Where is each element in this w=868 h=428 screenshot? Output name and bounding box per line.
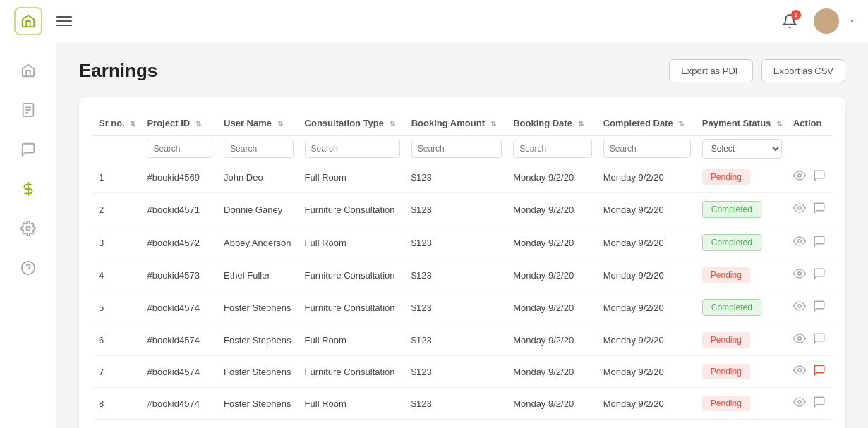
- view-icon[interactable]: [793, 396, 806, 411]
- chat-icon[interactable]: [813, 267, 826, 283]
- user-chevron-icon[interactable]: ▾: [850, 17, 854, 25]
- booking-date-search[interactable]: [513, 140, 592, 158]
- table-row: 2 #bookid4571 Donnie Ganey Furniture Con…: [93, 193, 831, 226]
- cell-completed-date: Monday 9/2/20: [598, 356, 697, 388]
- sidebar-item-earnings[interactable]: [11, 172, 45, 206]
- sidebar-item-home[interactable]: [11, 54, 45, 87]
- chat-icon[interactable]: [813, 300, 826, 315]
- cell-project-id: #bookid4569: [141, 161, 218, 193]
- chat-icon[interactable]: [813, 169, 826, 185]
- export-csv-button[interactable]: Export as CSV: [761, 59, 845, 82]
- cell-project-id: #bookid4573: [141, 259, 218, 291]
- action-icons: [793, 396, 826, 411]
- svg-point-16: [798, 401, 802, 404]
- cell-booking-date: Monday 9/2/20: [507, 193, 598, 226]
- view-icon[interactable]: [793, 332, 806, 348]
- page-title: Earnings: [79, 60, 157, 82]
- sidebar-item-document[interactable]: [11, 93, 45, 127]
- main-content: Earnings Export as PDF Export as CSV Sr …: [56, 42, 868, 428]
- sort-icon: ⇅: [776, 120, 782, 128]
- consultation-type-search[interactable]: [305, 140, 400, 158]
- logo[interactable]: [14, 7, 42, 35]
- cell-action: [788, 226, 831, 259]
- status-badge: Pending: [702, 396, 750, 411]
- cell-user-name: Foster Stephens: [218, 356, 299, 388]
- user-name-search-cell: [218, 136, 299, 162]
- consultation-type-search-cell: [299, 136, 406, 162]
- cell-completed-date: Monday 9/2/20: [598, 193, 697, 226]
- view-icon[interactable]: [793, 364, 806, 379]
- sidebar-item-chat[interactable]: [11, 133, 45, 166]
- cell-booking-amount: $123: [406, 226, 507, 259]
- sidebar-item-help[interactable]: [11, 251, 45, 285]
- booking-amount-search[interactable]: [411, 140, 502, 158]
- col-booking-date: Booking Date ⇅: [507, 111, 598, 136]
- view-icon[interactable]: [793, 169, 806, 185]
- status-badge: Completed: [702, 201, 761, 218]
- cell-consultation-type: Full Room: [299, 226, 406, 259]
- notification-badge: 2: [791, 10, 801, 20]
- cell-user-name: Donnie Ganey: [218, 193, 299, 226]
- table-row: 7 #bookid4574 Foster Stephens Furniture …: [93, 356, 831, 388]
- cell-booking-date: Monday 9/2/20: [507, 161, 598, 193]
- cell-consultation-type: Full Room: [299, 388, 406, 420]
- top-bar: 2 ▾: [0, 0, 868, 42]
- col-user-name: User Name ⇅: [218, 111, 299, 136]
- booking-date-search-cell: [507, 136, 598, 162]
- project-id-search[interactable]: [147, 140, 212, 158]
- completed-date-search-cell: [598, 136, 697, 162]
- sidebar: [0, 42, 56, 428]
- col-sr: Sr no. ⇅: [93, 111, 141, 136]
- export-pdf-button[interactable]: Export as PDF: [669, 59, 753, 82]
- cell-project-id: #bookid4574: [141, 356, 218, 388]
- cell-booking-amount: $123: [406, 356, 507, 388]
- search-row: Select Pending Completed: [93, 136, 831, 162]
- cell-payment-status: Pending: [697, 259, 788, 291]
- cell-action: [788, 161, 831, 193]
- table-row: 8 #bookid4574 Foster Stephens Full Room …: [93, 388, 831, 420]
- chat-icon[interactable]: [813, 364, 826, 379]
- cell-booking-date: Monday 9/2/20: [507, 226, 598, 259]
- chat-icon[interactable]: [813, 202, 826, 217]
- svg-point-12: [798, 272, 802, 276]
- avatar[interactable]: [814, 8, 839, 34]
- view-icon[interactable]: [793, 300, 806, 315]
- cell-project-id: #bookid4574: [141, 291, 218, 324]
- top-bar-left: [14, 7, 72, 35]
- project-id-search-cell: [141, 136, 218, 162]
- completed-date-search[interactable]: [603, 140, 691, 158]
- view-icon[interactable]: [793, 267, 806, 283]
- chat-icon[interactable]: [813, 396, 826, 411]
- cell-booking-date: Monday 9/2/20: [507, 291, 598, 324]
- cell-payment-status: Pending: [697, 161, 788, 193]
- cell-consultation-type: Furniture Consultation: [299, 259, 406, 291]
- sort-icon: ⇅: [578, 120, 584, 128]
- cell-booking-amount: $123: [406, 324, 507, 356]
- header-actions: Export as PDF Export as CSV: [669, 59, 845, 82]
- user-name-search[interactable]: [224, 140, 294, 158]
- cell-consultation-type: Full Room: [299, 324, 406, 356]
- cell-action: [788, 193, 831, 226]
- cell-booking-amount: $123: [406, 259, 507, 291]
- svg-point-0: [823, 14, 829, 20]
- view-icon[interactable]: [793, 202, 806, 217]
- table-row: 1 #bookid4569 John Deo Full Room $123 Mo…: [93, 161, 831, 193]
- chat-icon[interactable]: [813, 235, 826, 250]
- hamburger-menu[interactable]: [56, 16, 72, 26]
- col-completed-date: Completed Date ⇅: [598, 111, 697, 136]
- cell-project-id: #bookid4574: [141, 388, 218, 420]
- table-row: 5 #bookid4574 Foster Stephens Furniture …: [93, 291, 831, 324]
- chat-icon[interactable]: [813, 332, 826, 348]
- sort-icon: ⇅: [195, 120, 201, 128]
- notification-button[interactable]: 2: [777, 8, 802, 34]
- view-icon[interactable]: [793, 235, 806, 250]
- cell-consultation-type: Furniture Consultation: [299, 356, 406, 388]
- sidebar-item-settings[interactable]: [11, 212, 45, 245]
- table-row: 6 #bookid4574 Foster Stephens Full Room …: [93, 324, 831, 356]
- cell-booking-date: Monday 9/2/20: [507, 259, 598, 291]
- cell-action: [788, 259, 831, 291]
- cell-user-name: Foster Stephens: [218, 324, 299, 356]
- cell-consultation-type: Full Room: [299, 161, 406, 193]
- status-badge: Pending: [702, 364, 750, 379]
- payment-status-filter[interactable]: Select Pending Completed: [702, 139, 782, 159]
